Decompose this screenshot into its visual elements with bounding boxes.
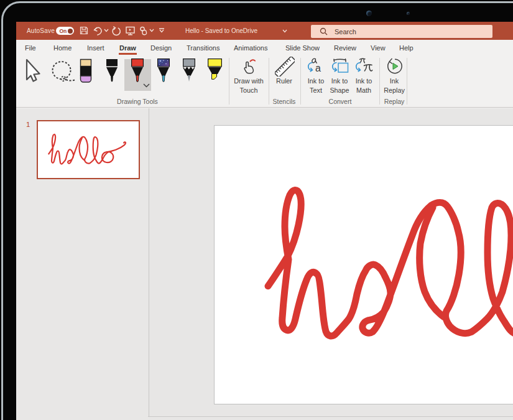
- svg-text:a: a: [315, 63, 321, 73]
